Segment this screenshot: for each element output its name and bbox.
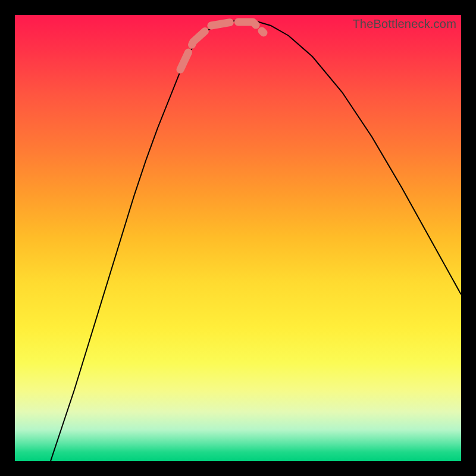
marker-layer (15, 15, 461, 461)
watermark-text: TheBottleneck.com (352, 17, 456, 31)
outer-frame: TheBottleneck.com (0, 0, 476, 476)
optimal-range-marker (180, 22, 264, 70)
plot-area: TheBottleneck.com (15, 15, 461, 461)
